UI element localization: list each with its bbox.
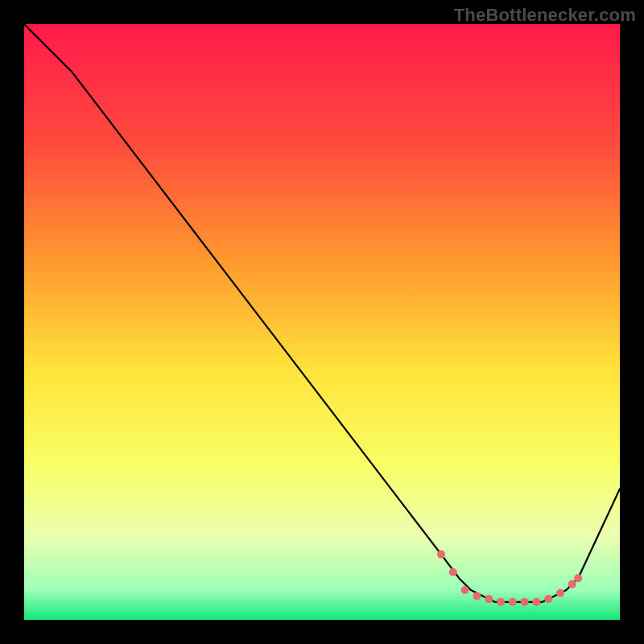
- curve-marker: [556, 589, 564, 597]
- bottleneck-curve: [24, 24, 620, 602]
- curve-marker: [568, 580, 576, 588]
- curve-marker: [544, 595, 552, 603]
- curve-marker: [532, 598, 540, 606]
- curve-marker: [574, 574, 582, 582]
- curve-marker: [521, 598, 529, 606]
- curve-marker: [485, 595, 493, 603]
- curve-layer: [24, 24, 620, 620]
- watermark: TheBottlenecker.com: [454, 5, 636, 26]
- curve-marker: [473, 592, 481, 600]
- curve-marker: [509, 598, 517, 606]
- curve-marker: [461, 586, 469, 594]
- curve-marker: [449, 568, 457, 576]
- curve-marker: [497, 598, 505, 606]
- chart-stage: TheBottlenecker.com: [0, 0, 644, 644]
- plot-area: [24, 24, 620, 620]
- curve-marker: [437, 551, 445, 559]
